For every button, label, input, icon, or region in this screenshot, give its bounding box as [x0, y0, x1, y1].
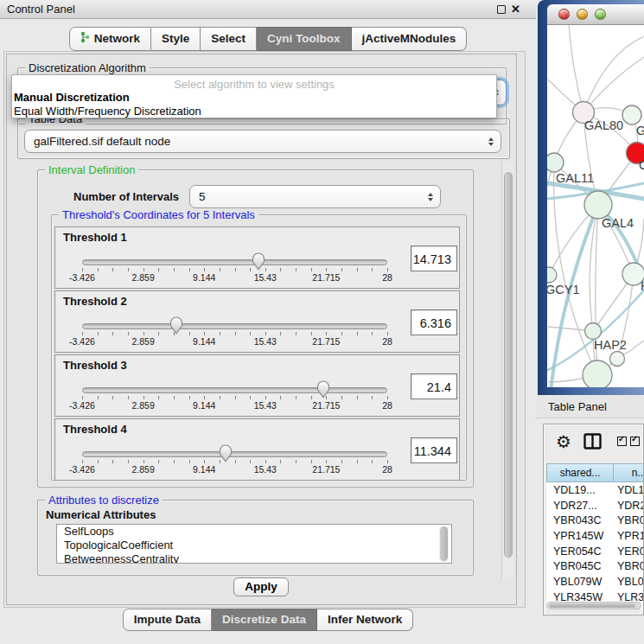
slider-tick — [387, 460, 388, 463]
slider-tick — [220, 396, 220, 399]
threshold-value-field[interactable]: 14.713 — [411, 245, 457, 271]
threshold-value-field[interactable]: 6.316 — [411, 309, 457, 335]
table-row[interactable]: YPR145WYPR1 — [546, 528, 643, 544]
tab-network[interactable]: Network — [69, 27, 151, 51]
slider-tick — [235, 396, 236, 399]
threshold-value-field[interactable]: 11.344 — [411, 437, 457, 463]
apply-button[interactable]: Apply — [233, 577, 289, 596]
checkbox-icon[interactable]: ✓ — [630, 437, 640, 446]
scrollbar-thumb[interactable] — [440, 526, 448, 561]
attribute-list-item[interactable]: TopologicalCoefficient — [57, 539, 451, 552]
numerical-attributes-list[interactable]: SelfLoopsTopologicalCoefficientBetweenne… — [56, 524, 452, 564]
table-row[interactable]: YBR043CYBR0 — [546, 513, 643, 528]
slider-tick — [387, 332, 388, 335]
scrollbar-thumb[interactable] — [549, 603, 635, 608]
slider-track[interactable] — [82, 451, 387, 457]
slider-tick — [341, 332, 342, 335]
tab-impute-data[interactable]: Impute Data — [123, 609, 212, 631]
tab-select[interactable]: Select — [201, 27, 257, 51]
slider-tick-label: 2.859 — [131, 464, 154, 475]
network-node[interactable] — [584, 191, 612, 219]
zoom-traffic-light-icon[interactable] — [595, 9, 606, 20]
slider-tick — [357, 332, 358, 335]
table-cell: YBR043C — [546, 514, 613, 526]
table-cell: YER054C — [546, 545, 613, 558]
table-row[interactable]: YER054CYER0 — [546, 544, 643, 559]
tab-jactivemnodules[interactable]: jActiveMNodules — [352, 27, 468, 51]
network-window-titlebar[interactable] — [547, 4, 644, 25]
table-cell: YBL079W — [546, 576, 613, 588]
network-node[interactable] — [547, 267, 557, 283]
slider-thumb[interactable] — [219, 444, 233, 462]
settings-vertical-scrollbar[interactable] — [501, 162, 513, 579]
network-graph[interactable]: GAL80GCGAL11GAL4GCY1HHAP2 — [547, 25, 644, 387]
tab-discretize-data[interactable]: Discretize Data — [212, 609, 317, 631]
algorithm-option[interactable]: Manual Discretization — [12, 91, 496, 105]
tab-style[interactable]: Style — [151, 27, 201, 51]
attribute-list-item[interactable]: SelfLoops — [57, 525, 451, 539]
slider-tick — [158, 332, 159, 335]
algorithm-popup-options: Manual DiscretizationEqual Width/Frequen… — [12, 91, 496, 118]
slider-tick-label: -3.426 — [69, 272, 95, 283]
attributes-list-scrollbar[interactable] — [439, 526, 449, 562]
minimize-traffic-light-icon[interactable] — [577, 9, 588, 20]
slider-thumb[interactable] — [169, 316, 183, 335]
slider-tick-label: 9.144 — [193, 272, 215, 283]
algorithm-option[interactable]: Equal Width/Frequency Discretization — [12, 105, 496, 118]
scrollbar-thumb[interactable] — [504, 172, 513, 558]
split-columns-icon[interactable] — [583, 433, 602, 453]
network-node[interactable] — [585, 323, 602, 340]
threshold-value-field[interactable]: 21.4 — [411, 373, 457, 399]
slider-track[interactable] — [82, 323, 387, 329]
slider-tick — [128, 268, 129, 271]
threshold-label: Threshold 1 — [63, 231, 127, 244]
table-horizontal-scrollbar[interactable] — [546, 602, 641, 609]
table-row[interactable]: YBL079WYBL0 — [546, 574, 643, 590]
tab-infer-network[interactable]: Infer Network — [317, 609, 413, 631]
network-node[interactable] — [622, 105, 641, 124]
table-cell: YPR145W — [546, 530, 613, 542]
table-row[interactable]: YBR045CYBR0 — [546, 558, 643, 574]
table-panel-frame: ⚙ ✓ ✓ shared...n... YDL19...YDL1YDR27...… — [543, 424, 644, 615]
slider-thumb[interactable] — [316, 380, 330, 399]
attribute-list-item[interactable]: BetweennessCentrality — [57, 552, 451, 564]
float-window-icon[interactable] — [497, 5, 506, 14]
threshold-label: Threshold 2 — [63, 295, 127, 308]
network-node[interactable] — [583, 360, 612, 387]
slider-tick — [235, 460, 236, 463]
table-row[interactable]: YDL19...YDL1 — [546, 482, 643, 498]
algorithm-popup-hint: Select algorithm to view settings — [12, 75, 496, 91]
network-node-label: GAL80 — [584, 118, 623, 132]
slider-tick-label: 9.144 — [193, 464, 215, 475]
tab-label: Style — [162, 32, 189, 45]
checkbox-icon[interactable]: ✓ — [617, 437, 627, 446]
network-node[interactable] — [547, 153, 564, 172]
table-data-combobox[interactable]: galFiltered.sif default node — [24, 130, 501, 153]
slider-tick — [250, 460, 251, 463]
slider-tick-label: -3.426 — [69, 400, 95, 411]
slider-tick-label: 15.43 — [254, 400, 277, 411]
network-canvas[interactable]: GAL80GCGAL11GAL4GCY1HHAP2 — [547, 25, 644, 387]
network-edge — [547, 163, 554, 275]
close-icon[interactable]: ✕ — [511, 5, 520, 14]
close-traffic-light-icon[interactable] — [558, 9, 570, 20]
slider-track[interactable] — [82, 387, 387, 393]
slider-tick — [204, 268, 205, 271]
algorithm-dropdown-popup: Select algorithm to view settings Manual… — [11, 74, 497, 118]
slider-tick — [189, 268, 190, 271]
gear-icon[interactable]: ⚙ — [556, 430, 571, 453]
slider-tick — [280, 396, 281, 399]
tab-cyni-toolbox[interactable]: Cyni Toolbox — [257, 27, 352, 51]
table-column-header[interactable]: n... — [613, 463, 643, 482]
slider-tick — [220, 332, 220, 335]
slider-tick-label: 9.144 — [193, 400, 215, 411]
slider-tick — [82, 460, 83, 463]
network-node[interactable] — [610, 352, 625, 367]
table-panel-title: Table Panel — [548, 400, 607, 413]
slider-thumb[interactable] — [252, 252, 265, 271]
table-row[interactable]: YDR27...YDR2 — [546, 498, 643, 513]
slider-tick — [372, 268, 373, 271]
num-intervals-combobox[interactable]: 5 — [189, 185, 441, 208]
table-column-header[interactable]: shared... — [546, 463, 613, 482]
slider-track[interactable] — [82, 259, 387, 265]
